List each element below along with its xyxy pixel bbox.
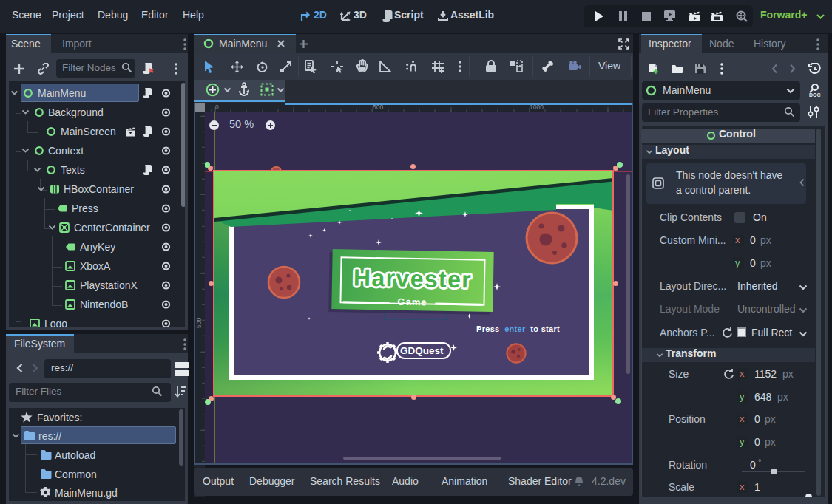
- svg-text:DOC: DOC: [809, 92, 821, 98]
